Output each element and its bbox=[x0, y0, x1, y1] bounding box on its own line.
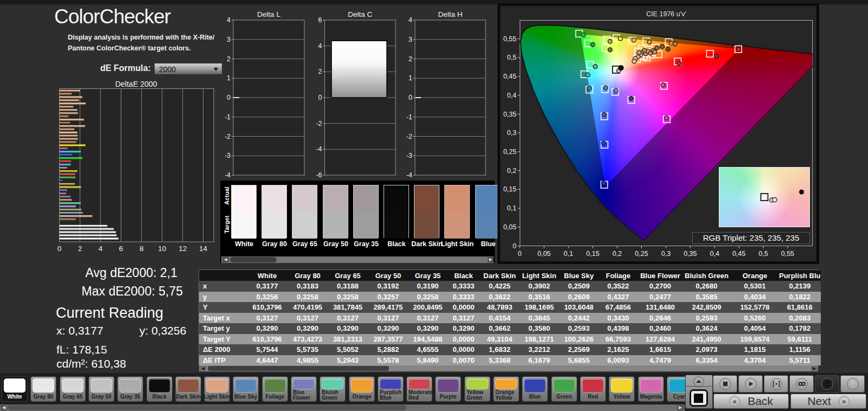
svg-text:0,05: 0,05 bbox=[538, 250, 551, 258]
svg-text:0,45: 0,45 bbox=[503, 73, 516, 80]
svg-text:Delta L: Delta L bbox=[257, 10, 280, 18]
svg-text:-2: -2 bbox=[316, 120, 322, 127]
svg-text:0,15: 0,15 bbox=[503, 185, 516, 193]
svg-text:0,1: 0,1 bbox=[507, 204, 516, 212]
svg-text:0: 0 bbox=[513, 242, 516, 250]
svg-text:1: 1 bbox=[227, 74, 231, 82]
svg-text:4: 4 bbox=[227, 16, 231, 24]
svg-text:0,4: 0,4 bbox=[507, 92, 516, 99]
svg-text:0,05: 0,05 bbox=[503, 223, 516, 231]
svg-text:Delta H: Delta H bbox=[438, 10, 462, 18]
svg-text:0,4: 0,4 bbox=[710, 250, 719, 258]
svg-text:0,3: 0,3 bbox=[661, 250, 671, 258]
svg-text:0: 0 bbox=[318, 94, 322, 101]
svg-text:12: 12 bbox=[178, 245, 187, 253]
svg-text:0: 0 bbox=[518, 250, 522, 258]
svg-text:-3: -3 bbox=[225, 152, 231, 159]
svg-text:3: 3 bbox=[227, 36, 231, 43]
svg-text:DeltaE 2000: DeltaE 2000 bbox=[115, 80, 157, 88]
svg-text:Delta C: Delta C bbox=[348, 10, 372, 18]
svg-text:3: 3 bbox=[409, 36, 412, 43]
svg-text:14: 14 bbox=[199, 245, 208, 253]
svg-text:-1: -1 bbox=[225, 113, 231, 121]
svg-text:-4: -4 bbox=[406, 171, 412, 179]
svg-text:4: 4 bbox=[409, 16, 412, 24]
svg-text:0: 0 bbox=[409, 94, 412, 101]
svg-text:0,5: 0,5 bbox=[758, 250, 768, 258]
svg-text:6: 6 bbox=[119, 245, 123, 253]
svg-text:0,2: 0,2 bbox=[612, 250, 622, 258]
svg-text:0: 0 bbox=[227, 94, 231, 101]
svg-text:2: 2 bbox=[227, 55, 231, 63]
svg-text:1: 1 bbox=[409, 74, 412, 82]
svg-text:10: 10 bbox=[158, 245, 166, 253]
svg-text:0,55: 0,55 bbox=[781, 250, 794, 258]
svg-text:6: 6 bbox=[318, 16, 322, 24]
svg-text:2: 2 bbox=[78, 245, 82, 253]
svg-text:0,55: 0,55 bbox=[503, 35, 516, 43]
svg-text:0,1: 0,1 bbox=[564, 250, 573, 258]
svg-text:-6: -6 bbox=[316, 171, 322, 179]
svg-text:2: 2 bbox=[318, 68, 322, 75]
svg-text:0: 0 bbox=[58, 245, 62, 253]
svg-text:0,25: 0,25 bbox=[503, 148, 516, 156]
svg-text:-4: -4 bbox=[316, 145, 322, 153]
svg-text:0,15: 0,15 bbox=[586, 250, 599, 258]
svg-text:-3: -3 bbox=[406, 152, 412, 159]
svg-text:0,35: 0,35 bbox=[684, 250, 697, 258]
svg-text:8: 8 bbox=[139, 245, 144, 253]
svg-text:0,2: 0,2 bbox=[507, 167, 516, 175]
svg-text:-1: -1 bbox=[406, 113, 412, 121]
svg-text:0,25: 0,25 bbox=[635, 250, 648, 258]
svg-text:-2: -2 bbox=[406, 133, 412, 140]
svg-text:0,5: 0,5 bbox=[507, 54, 516, 61]
svg-text:0,3: 0,3 bbox=[507, 129, 516, 137]
svg-text:4: 4 bbox=[98, 245, 103, 253]
svg-text:4: 4 bbox=[318, 42, 322, 50]
svg-text:2: 2 bbox=[409, 55, 412, 63]
svg-text:0,45: 0,45 bbox=[732, 250, 745, 258]
svg-text:0,35: 0,35 bbox=[503, 111, 516, 118]
svg-text:-2: -2 bbox=[225, 133, 231, 140]
